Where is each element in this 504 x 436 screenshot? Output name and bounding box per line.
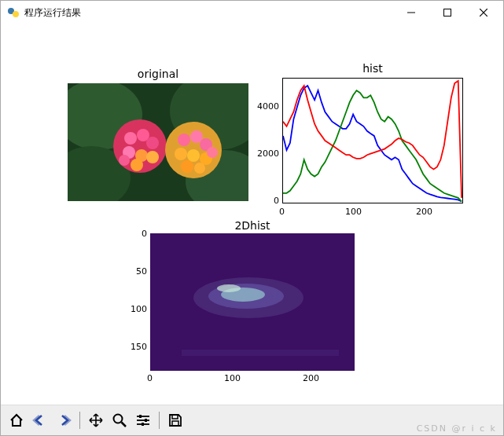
svg-point-12 [124,132,137,145]
subplot-title-2dhist: 2Dhist [150,219,355,232]
close-button[interactable] [465,1,502,24]
pan-button[interactable] [85,409,107,431]
svg-point-34 [217,284,241,292]
h2d-ytick-2: 100 [123,304,147,314]
svg-point-28 [194,163,205,174]
hist-plot [283,79,462,203]
svg-rect-45 [172,421,178,426]
h2d-ytick-3: 150 [123,342,147,352]
hist-ytick-2: 4000 [251,101,279,112]
svg-rect-43 [142,423,144,426]
h2d-xtick-0: 0 [147,373,153,383]
hist-xtick-1: 100 [345,207,362,217]
svg-point-19 [119,155,130,166]
svg-rect-39 [139,415,142,418]
zoom-button[interactable] [109,409,131,431]
toolbar-separator [79,412,80,429]
titlebar: 程序运行结果 [1,1,503,24]
home-button[interactable] [6,409,28,431]
watermark: CSDN @r i c k [417,423,497,434]
subplot-title-original: original [68,68,248,80]
back-button[interactable] [29,409,51,431]
svg-point-27 [181,160,193,173]
svg-point-25 [187,149,200,162]
svg-point-36 [114,415,123,423]
toolbar-separator [159,412,160,429]
hist2d-axes [150,233,355,371]
svg-rect-41 [145,419,147,422]
app-icon [7,6,20,19]
save-button[interactable] [164,409,186,431]
mpl-toolbar: CSDN @r i c k [1,405,503,435]
app-window: 程序运行结果 original [0,0,504,436]
hist-series-blue [283,86,462,201]
hist-ytick-1: 2000 [251,148,279,159]
svg-point-17 [146,151,159,163]
original-image [68,83,248,201]
svg-point-24 [175,148,187,160]
h2d-ytick-1: 50 [123,266,147,277]
svg-rect-3 [444,9,451,16]
svg-point-14 [146,137,159,149]
svg-point-21 [178,134,190,146]
svg-point-18 [131,159,143,171]
hist2d-heatmap [150,233,355,371]
window-title: 程序运行结果 [24,6,81,20]
h2d-ytick-0: 0 [123,229,147,239]
h2d-xtick-1: 100 [224,373,241,383]
svg-rect-44 [172,415,178,419]
hist-xtick-2: 200 [416,207,432,217]
svg-point-1 [13,11,19,17]
svg-line-5 [480,9,487,16]
h2d-xtick-2: 200 [303,373,319,383]
maximize-button[interactable] [429,1,465,24]
configure-button[interactable] [132,409,154,431]
forward-button[interactable] [53,409,75,431]
svg-line-37 [122,423,127,427]
svg-line-4 [480,9,487,16]
hist-xtick-0: 0 [279,207,285,217]
minimize-button[interactable] [393,1,429,24]
hist-ytick-0: 0 [251,196,279,206]
figure-canvas: original [1,24,503,405]
subplot-title-hist: hist [282,62,463,75]
hist-axes [282,78,463,203]
svg-rect-35 [182,350,339,356]
svg-point-29 [207,147,218,158]
